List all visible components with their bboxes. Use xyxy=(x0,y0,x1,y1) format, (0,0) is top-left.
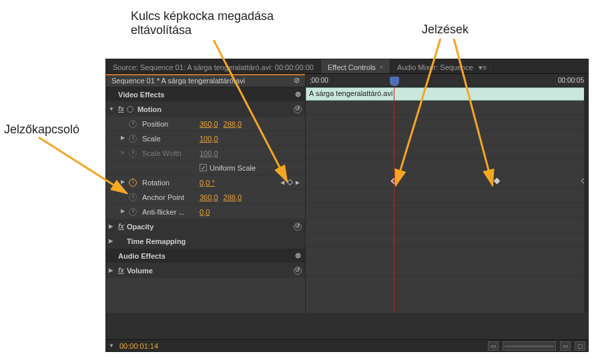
timeline-ruler[interactable]: ;00:00 00:00:05 xyxy=(306,74,588,87)
motion-header[interactable]: ▼ fx Motion xyxy=(106,102,305,117)
chevron-right-icon: ▶ xyxy=(121,149,127,157)
footer-tool-icon[interactable]: ▢ xyxy=(575,341,585,351)
chevron-right-icon[interactable]: ▶ xyxy=(121,208,127,216)
volume-header[interactable]: ▶ fx Volume xyxy=(106,263,305,278)
position-x[interactable]: 360,0 xyxy=(200,120,218,128)
right-edge xyxy=(584,74,588,313)
tab-audio-mixer[interactable]: Audio Mixer: Sequence▾≡ xyxy=(390,59,494,73)
anchor-y[interactable]: 288,0 xyxy=(224,193,242,201)
uniform-scale-checkbox[interactable]: ✓ xyxy=(200,164,207,171)
sequence-title: Sequence 01 * A sárga tengeralattáró.avi xyxy=(111,77,245,85)
anchor-x[interactable]: 360,0 xyxy=(200,193,218,201)
stopwatch-icon[interactable] xyxy=(129,120,137,128)
antiflicker-value[interactable]: 0,0 xyxy=(200,208,210,216)
fx-badge: fx xyxy=(118,223,124,230)
playhead[interactable] xyxy=(394,86,394,313)
prev-keyframe-icon[interactable]: ◄ xyxy=(279,179,286,186)
row-scale-width: ▶ Scale Width 100,0 xyxy=(106,146,305,161)
chevron-down-icon[interactable]: ▼ xyxy=(109,106,115,112)
row-rotation: ▶ Rotation 0,0 ° ◄ ► xyxy=(106,175,305,190)
tab-effect-controls[interactable]: Effect Controls× xyxy=(321,59,390,73)
tab-source[interactable]: Source: Sequence 01: A sárga tengeralatt… xyxy=(106,59,321,73)
reset-icon[interactable] xyxy=(294,105,302,113)
content-area: Sequence 01 * A sárga tengeralattáró.avi… xyxy=(106,74,588,313)
panel-menu-icon[interactable]: ▾≡ xyxy=(479,63,487,72)
time-start: ;00:00 xyxy=(310,77,328,84)
keyframe-marker-icon[interactable] xyxy=(494,178,501,185)
stopwatch-icon[interactable] xyxy=(129,193,137,201)
annotation-markers: Jelzések xyxy=(422,23,469,37)
chevron-right-icon[interactable]: ▶ xyxy=(121,179,127,187)
zoom-slider[interactable] xyxy=(503,341,556,351)
property-list: Sequence 01 * A sárga tengeralattáró.avi… xyxy=(106,74,305,313)
stopwatch-icon[interactable] xyxy=(129,208,137,216)
chevron-down-icon[interactable]: ▼ xyxy=(109,343,115,349)
annotation-toggle: Jelzőkapcsoló xyxy=(4,123,79,137)
row-scale: ▶ Scale 100,0 xyxy=(106,131,305,146)
keyframe-nav: ◄ ► xyxy=(279,179,305,186)
footer-bar: ▼ 00:00:01:14 ▭ ▭ ▢ xyxy=(106,339,588,351)
chevron-right-icon[interactable]: ▶ xyxy=(121,135,127,143)
collapse-audio-icon[interactable]: ⊗ xyxy=(290,251,305,260)
stopwatch-on-icon[interactable] xyxy=(129,179,137,187)
scale-value[interactable]: 100,0 xyxy=(200,135,218,143)
rotation-track[interactable] xyxy=(306,174,588,189)
annotation-keyframe: Kulcs képkocka megadása eltávolítása xyxy=(131,9,274,37)
zoom-in-icon[interactable]: ▭ xyxy=(560,341,571,351)
time-remapping-header[interactable]: ▶ fx Time Remapping xyxy=(106,234,305,249)
timeline-rows xyxy=(306,101,588,277)
rotation-value[interactable]: 0,0 ° xyxy=(200,179,215,187)
close-icon[interactable]: × xyxy=(380,64,383,71)
next-keyframe-icon[interactable]: ► xyxy=(294,179,301,186)
chevron-right-icon[interactable]: ▶ xyxy=(109,223,115,229)
collapse-video-icon[interactable]: ⊗ xyxy=(290,90,305,99)
row-antiflicker: ▶ Anti-flicker ... 0,0 xyxy=(106,205,305,219)
video-effects-header: Video Effects ⊗ xyxy=(106,87,305,102)
sequence-header: Sequence 01 * A sárga tengeralattáró.avi… xyxy=(106,74,305,87)
playhead-handle-icon[interactable] xyxy=(390,77,399,86)
row-uniform-scale: ✓ Uniform Scale xyxy=(106,161,305,175)
scale-width-value: 100,0 xyxy=(200,149,218,157)
effect-controls-panel: Source: Sequence 01: A sárga tengeralatt… xyxy=(105,59,589,352)
reset-icon[interactable] xyxy=(294,267,302,275)
fx-badge: fx xyxy=(118,267,124,274)
zoom-out-icon[interactable]: ▭ xyxy=(488,341,499,351)
toggle-timeline-icon[interactable]: ⊘ xyxy=(294,76,300,85)
row-anchor: Anchor Point 360,0 288,0 xyxy=(106,190,305,205)
add-remove-keyframe-icon[interactable] xyxy=(287,179,294,186)
fx-badge: fx xyxy=(118,105,124,113)
row-position: Position 360,0 288,0 xyxy=(106,117,305,131)
audio-effects-header: Audio Effects ⊗ xyxy=(106,249,305,263)
timeline-area[interactable]: ;00:00 00:00:05 A sárga tengeralattáró.a… xyxy=(305,74,588,313)
current-timecode[interactable]: 00:00:01:14 xyxy=(119,342,158,350)
time-end: 00:00:05 xyxy=(558,77,584,84)
position-y[interactable]: 288,0 xyxy=(224,120,242,128)
opacity-header[interactable]: ▶ fx Opacity xyxy=(106,219,305,234)
stopwatch-icon xyxy=(129,149,137,157)
effect-reset-target-icon[interactable] xyxy=(127,106,133,113)
stopwatch-icon[interactable] xyxy=(129,135,137,143)
clip-bar[interactable]: A sárga tengeralattáró.avi xyxy=(306,87,588,101)
tab-bar: Source: Sequence 01: A sárga tengeralatt… xyxy=(106,59,588,74)
chevron-right-icon[interactable]: ▶ xyxy=(109,267,115,273)
reset-icon[interactable] xyxy=(294,223,302,231)
chevron-right-icon[interactable]: ▶ xyxy=(109,238,115,244)
